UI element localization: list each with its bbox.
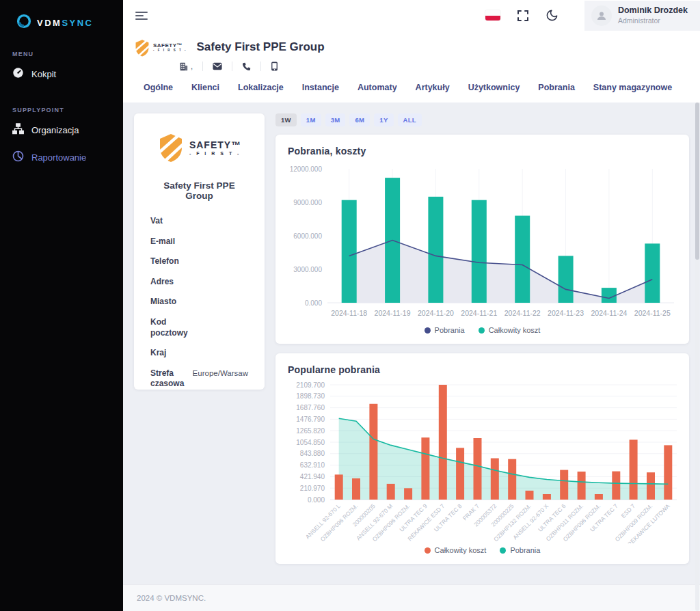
sidebar-section-label: SUPPLYPOINT xyxy=(12,107,123,113)
scrollbar-thumb[interactable] xyxy=(695,103,699,260)
y-axis-tick: 12000.000 xyxy=(290,165,323,173)
y-axis-tick: 9000.000 xyxy=(293,199,322,206)
menu-toggle-icon[interactable] xyxy=(135,12,148,20)
bar[interactable] xyxy=(578,472,586,500)
phone-icon xyxy=(242,62,251,71)
bar[interactable] xyxy=(387,484,395,500)
legend-item-Pobrania[interactable]: Pobrania xyxy=(425,326,465,334)
tab-artykuły[interactable]: Artykuły xyxy=(416,83,450,92)
logo-text-secondary: SYNC xyxy=(62,18,93,28)
legend-label: Całkowity koszt xyxy=(435,546,487,554)
range-button-1m[interactable]: 1M xyxy=(301,113,321,126)
bar[interactable] xyxy=(515,216,530,303)
range-button-6m[interactable]: 6M xyxy=(349,113,370,126)
bar[interactable] xyxy=(472,200,487,303)
contact-icons-row: , xyxy=(179,62,700,71)
vdmsync-logo[interactable]: VDMSYNC xyxy=(0,0,123,31)
bar[interactable] xyxy=(558,256,574,303)
field-label: Strefa czasowa xyxy=(150,368,193,390)
tab-ogólne[interactable]: Ogólne xyxy=(144,83,173,92)
dark-mode-moon-icon[interactable] xyxy=(546,9,558,22)
field-label: Vat xyxy=(150,216,163,227)
organization-fields: VatE-mailTelefonAdresMiastoKod pocztowyK… xyxy=(150,216,248,390)
y-axis-tick: 1687.760 xyxy=(296,404,325,411)
bar[interactable] xyxy=(342,200,357,303)
bar[interactable] xyxy=(595,494,603,500)
tab-użytkownicy[interactable]: Użytkownicy xyxy=(468,83,520,92)
bar[interactable] xyxy=(508,459,516,500)
bar[interactable] xyxy=(335,474,343,500)
tab-automaty[interactable]: Automaty xyxy=(358,83,397,92)
sidebar-item-organizacja[interactable]: Organizacja xyxy=(0,116,123,144)
user-menu[interactable]: Dominik Drozdek Administrator xyxy=(584,1,700,31)
field-row: Kod pocztowy xyxy=(150,317,248,338)
tab-pobrania[interactable]: Pobrania xyxy=(538,83,575,92)
y-axis-tick: 1265.820 xyxy=(296,427,325,435)
bar[interactable] xyxy=(560,470,568,500)
chart-legend: Całkowity kosztPobrania xyxy=(286,543,678,558)
field-row: Telefon xyxy=(150,256,248,267)
chart-canvas: 0.000210.970421.940632.910843.8801054.85… xyxy=(286,379,678,543)
brand-text-primary: SAFETY™ xyxy=(153,43,187,49)
address-item[interactable]: , xyxy=(179,62,193,71)
bar[interactable] xyxy=(421,437,429,500)
legend-label: Całkowity koszt xyxy=(489,326,541,334)
scrollbar[interactable] xyxy=(695,103,699,611)
language-flag-poland-icon[interactable] xyxy=(485,10,500,21)
legend-label: Pobrania xyxy=(435,326,465,334)
tab-klienci[interactable]: Klienci xyxy=(191,83,219,92)
bar[interactable] xyxy=(369,404,377,500)
bar[interactable] xyxy=(647,472,655,500)
bar[interactable] xyxy=(664,445,672,500)
legend-dot xyxy=(500,547,506,554)
chart-legend: PobraniaCałkowity koszt xyxy=(286,323,678,338)
field-row: Adres xyxy=(150,277,248,288)
bar[interactable] xyxy=(404,488,412,500)
y-axis-tick: 632.910 xyxy=(300,461,325,469)
legend-dot xyxy=(425,327,431,334)
tab-stany-magazynowe[interactable]: Stany magazynowe xyxy=(593,83,672,92)
legend-item-Pobrania[interactable]: Pobrania xyxy=(500,546,540,554)
safety-first-logo-large: SAFETY™ - F I R S T - xyxy=(150,133,248,163)
y-axis-tick: 6000.000 xyxy=(293,232,322,240)
email-item[interactable] xyxy=(213,62,222,70)
app: VDMSYNC MENUKokpitSUPPLYPOINTOrganizacja… xyxy=(0,0,700,611)
building-icon xyxy=(179,62,188,71)
bar[interactable] xyxy=(543,494,551,500)
mobile-item[interactable] xyxy=(271,62,278,71)
y-axis-tick: 421.940 xyxy=(300,473,325,480)
bar[interactable] xyxy=(428,197,443,303)
sidebar-item-kokpit[interactable]: Kokpit xyxy=(0,60,123,87)
range-button-1w[interactable]: 1W xyxy=(275,113,297,126)
content: SAFETY™ - F I R S T - Safety First PPE G… xyxy=(123,103,700,584)
bar[interactable] xyxy=(630,439,638,500)
bar[interactable] xyxy=(439,385,447,500)
organization-name: Safety First PPE Group xyxy=(150,180,248,201)
bar[interactable] xyxy=(612,472,620,500)
phone-item[interactable] xyxy=(242,62,251,71)
bar[interactable] xyxy=(352,478,360,500)
bar[interactable] xyxy=(645,243,660,303)
page-title: Safety First PPE Group xyxy=(197,40,325,54)
field-label: Adres xyxy=(150,277,174,288)
range-button-all[interactable]: ALL xyxy=(398,113,422,126)
tab-instancje[interactable]: Instancje xyxy=(302,83,339,92)
fullscreen-icon[interactable] xyxy=(517,10,529,22)
sidebar-item-label: Kokpit xyxy=(31,69,56,79)
safety-first-shield-icon xyxy=(157,133,185,163)
bar[interactable] xyxy=(456,448,464,500)
bar[interactable] xyxy=(602,288,617,303)
sidebar-item-raportowanie[interactable]: Raportowanie xyxy=(0,144,123,171)
tab-lokalizacje[interactable]: Lokalizacje xyxy=(238,83,284,92)
sidebar-section-label: MENU xyxy=(12,51,123,57)
legend-item-Całkowity koszt[interactable]: Całkowity koszt xyxy=(479,326,541,334)
range-button-3m[interactable]: 3M xyxy=(325,113,346,126)
legend-item-Całkowity koszt[interactable]: Całkowity koszt xyxy=(425,546,487,554)
field-label: Telefon xyxy=(150,256,179,267)
bar[interactable] xyxy=(474,438,482,500)
tab-bar: OgólneKlienciLokalizacjeInstancjeAutomat… xyxy=(134,71,700,103)
range-button-1y[interactable]: 1Y xyxy=(374,113,393,126)
bar[interactable] xyxy=(526,491,534,500)
bar[interactable] xyxy=(491,459,499,500)
x-axis-tick: 2024-11-18 xyxy=(331,309,367,317)
